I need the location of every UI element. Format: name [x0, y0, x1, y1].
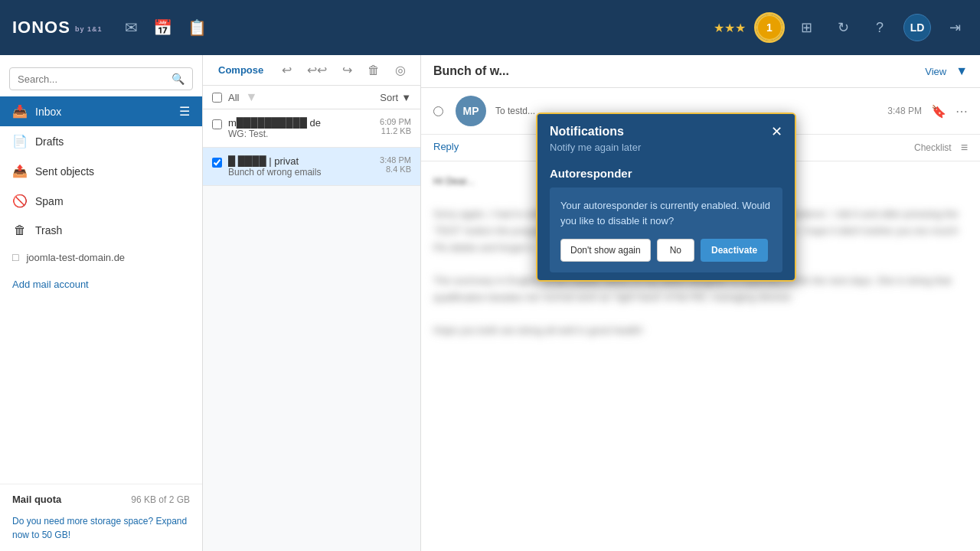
- mail-nav-icon[interactable]: ✉: [125, 18, 138, 37]
- filter-all-label[interactable]: All: [228, 92, 239, 103]
- storage-promo-link[interactable]: Do you need more storage space? Expand n…: [12, 514, 190, 542]
- topbar-right: ★★★ 1 ⊞ ↻ ? LD ⇥: [714, 14, 968, 41]
- delete-toolbar-icon[interactable]: 🗑: [364, 62, 383, 79]
- search-input[interactable]: [18, 73, 172, 85]
- email-size: 11.2 KB: [380, 126, 411, 135]
- sidebar-item-drafts[interactable]: 📄 Drafts: [0, 126, 202, 156]
- inbox-label: Inbox: [35, 106, 61, 118]
- email-subject: WG: Test.: [228, 129, 374, 139]
- spam-icon: 🚫: [12, 194, 28, 208]
- app-logo: IONOS by 1&1: [12, 18, 102, 37]
- logo-text: IONOS: [12, 18, 70, 37]
- sent-label: Sent objects: [35, 165, 94, 178]
- quota-label: Mail quota: [12, 494, 61, 505]
- reply-all-toolbar-icon[interactable]: ↩↩: [304, 61, 330, 79]
- email-sender: █ ████ | privat: [228, 155, 374, 167]
- sent-icon: 📤: [12, 164, 28, 178]
- email-view-pane: Bunch of w... View ▼ MP To testd... 3:48…: [421, 55, 980, 551]
- storage-nav-icon[interactable]: 📋: [188, 18, 207, 37]
- inbox-menu-icon[interactable]: ☰: [179, 104, 190, 119]
- inbox-icon: 📥: [12, 104, 28, 119]
- notification-button[interactable]: 1: [756, 15, 782, 41]
- autoresponder-message: Your autoresponder is currently enabled.…: [560, 198, 772, 228]
- main-layout: 🔍 📥 Inbox ☰ 📄 Drafts 📤 Sent objects 🚫 Sp…: [0, 55, 980, 551]
- avatar[interactable]: LD: [903, 14, 931, 41]
- apps-grid-icon[interactable]: ⊞: [793, 15, 819, 41]
- notification-count: 1: [766, 21, 773, 34]
- email-meta: 6:09 PM 11.2 KB: [380, 117, 411, 135]
- search-box: 🔍: [9, 67, 193, 90]
- logout-icon[interactable]: ⇥: [942, 15, 968, 41]
- domain-icon: □: [12, 251, 18, 263]
- popup-title: Notifications: [550, 125, 641, 139]
- reply-toolbar-icon[interactable]: ↩: [279, 61, 295, 79]
- refresh-icon[interactable]: ↻: [830, 15, 856, 41]
- compose-button[interactable]: Compose: [212, 61, 270, 79]
- email-time: 6:09 PM: [380, 117, 411, 126]
- dont-show-again-button[interactable]: Don't show again: [560, 239, 651, 262]
- domain-label: joomla-test-domain.de: [26, 252, 125, 263]
- popup-header: Notifications Notify me again later ✕: [537, 114, 795, 159]
- logo-sub: by 1&1: [75, 25, 103, 34]
- email-list-pane: Compose ↩ ↩↩ ↪ 🗑 ◎ 🔖 ⋯ All ▼ Sort ▼ m███…: [203, 55, 421, 551]
- sort-chevron-icon: ▼: [401, 92, 411, 103]
- modal-overlay: Notifications Notify me again later ✕ Au…: [421, 55, 980, 551]
- stars-icon[interactable]: ★★★: [714, 21, 746, 35]
- quota-value: 96 KB of 2 GB: [131, 494, 190, 505]
- search-icon[interactable]: 🔍: [172, 73, 185, 85]
- sort-button[interactable]: Sort ▼: [380, 92, 411, 103]
- email-item[interactable]: █ ████ | privat Bunch of wrong emails 3:…: [203, 148, 420, 186]
- popup-section: Autoresponder Your autoresponder is curr…: [537, 159, 795, 280]
- popup-title-block: Notifications Notify me again later: [550, 125, 641, 153]
- no-button[interactable]: No: [657, 239, 694, 262]
- sidebar-item-sent[interactable]: 📤 Sent objects: [0, 156, 202, 186]
- email-sender: m██████████ de: [228, 117, 374, 129]
- drafts-label: Drafts: [35, 135, 64, 148]
- notification-popup: Notifications Notify me again later ✕ Au…: [536, 112, 796, 282]
- email-item[interactable]: m██████████ de WG: Test. 6:09 PM 11.2 KB: [203, 109, 420, 148]
- autoresponder-title: Autoresponder: [550, 167, 782, 180]
- forward-toolbar-icon[interactable]: ↪: [339, 61, 355, 79]
- email-meta: 3:48 PM 8.4 KB: [380, 155, 411, 174]
- sort-label: Sort: [380, 92, 398, 103]
- sidebar: 🔍 📥 Inbox ☰ 📄 Drafts 📤 Sent objects 🚫 Sp…: [0, 55, 203, 551]
- email-info: █ ████ | privat Bunch of wrong emails: [228, 155, 374, 178]
- help-icon[interactable]: ?: [867, 15, 893, 41]
- add-mail-link[interactable]: Add mail account: [0, 269, 202, 299]
- email-subject: Bunch of wrong emails: [228, 167, 374, 178]
- sidebar-item-spam[interactable]: 🚫 Spam: [0, 186, 202, 216]
- sidebar-domain-item[interactable]: □ joomla-test-domain.de: [0, 245, 202, 269]
- filter-bar: All ▼ Sort ▼: [203, 86, 420, 109]
- email-info: m██████████ de WG: Test.: [228, 117, 374, 139]
- deactivate-button[interactable]: Deactivate: [701, 239, 768, 262]
- email-checkbox[interactable]: [212, 119, 222, 129]
- popup-subtitle: Notify me again later: [550, 142, 641, 153]
- calendar-nav-icon[interactable]: 📅: [153, 18, 172, 37]
- popup-actions: Don't show again No Deactivate: [560, 239, 772, 262]
- trash-icon: 🗑: [12, 223, 28, 237]
- mark-toolbar-icon[interactable]: ◎: [392, 61, 409, 79]
- sidebar-item-inbox[interactable]: 📥 Inbox ☰: [0, 96, 202, 126]
- select-all-checkbox[interactable]: [212, 93, 222, 103]
- drafts-icon: 📄: [12, 134, 28, 148]
- trash-label: Trash: [35, 224, 62, 236]
- topbar-nav-icons: ✉ 📅 📋: [125, 18, 207, 37]
- autoresponder-box: Your autoresponder is currently enabled.…: [550, 187, 782, 272]
- popup-close-button[interactable]: ✕: [771, 125, 782, 139]
- mail-quota-section: Mail quota 96 KB of 2 GB Do you need mor…: [0, 484, 202, 551]
- sidebar-item-trash[interactable]: 🗑 Trash: [0, 216, 202, 245]
- compose-toolbar: Compose ↩ ↩↩ ↪ 🗑 ◎ 🔖 ⋯: [203, 55, 420, 86]
- email-size: 8.4 KB: [380, 165, 411, 174]
- topbar: IONOS by 1&1 ✉ 📅 📋 ★★★ 1 ⊞ ↻ ? LD ⇥: [0, 0, 980, 55]
- email-time: 3:48 PM: [380, 155, 411, 165]
- spam-label: Spam: [35, 195, 64, 207]
- email-checkbox[interactable]: [212, 158, 222, 168]
